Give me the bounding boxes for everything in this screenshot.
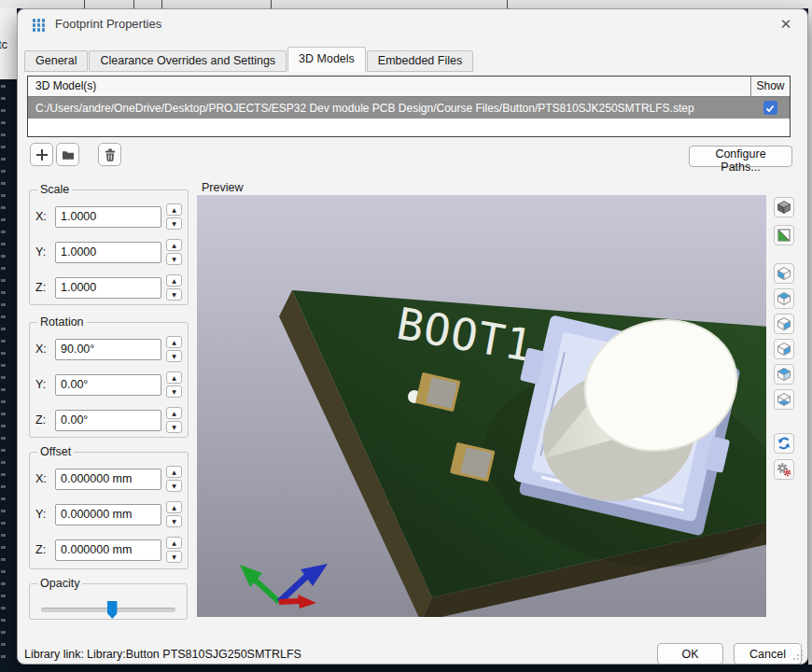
resize-grip[interactable]: [792, 650, 804, 661]
background-divider: [84, 0, 85, 8]
scale-y-label: Y:: [35, 245, 50, 259]
rotation-y-label: Y:: [35, 378, 50, 391]
spin-down-icon[interactable]: [166, 421, 182, 433]
flip-board-icon: [777, 228, 791, 243]
spin-up-icon[interactable]: [166, 203, 182, 216]
spin-down-icon[interactable]: [166, 350, 182, 362]
gears-icon: [777, 462, 791, 477]
opacity-slider-thumb[interactable]: [107, 601, 118, 619]
rotation-y-input[interactable]: [55, 374, 161, 396]
spin-up-icon[interactable]: [166, 501, 182, 513]
rotation-x-label: X:: [35, 343, 50, 356]
flip-board-view-button[interactable]: [774, 225, 794, 245]
offset-x-input[interactable]: [55, 469, 161, 490]
background-app-toolbar: [0, 0, 812, 8]
preview-viewport[interactable]: BOOT1: [197, 195, 766, 617]
plus-icon: [35, 147, 49, 162]
footprint-properties-dialog: Footprint Properties ✕ General Clearance…: [17, 8, 808, 665]
view-front-icon: [777, 316, 791, 331]
opacity-slider[interactable]: [41, 608, 175, 612]
column-header-models[interactable]: 3D Model(s): [28, 77, 750, 96]
table-header: 3D Model(s) Show: [28, 77, 790, 97]
preview-canvas[interactable]: BOOT1: [197, 195, 766, 617]
spin-down-icon[interactable]: [166, 217, 182, 230]
folder-icon: [61, 147, 76, 162]
spin-up-icon[interactable]: [166, 336, 182, 348]
browse-model-button[interactable]: [56, 143, 79, 166]
spin-up-icon[interactable]: [166, 466, 182, 478]
background-app-canvas-bottom: [0, 665, 812, 672]
dialog-titlebar[interactable]: Footprint Properties ✕: [18, 9, 807, 41]
spin-up-icon[interactable]: [166, 537, 182, 549]
add-model-button[interactable]: [30, 143, 53, 166]
3d-models-table: 3D Model(s) Show C:/Users/andre/OneDrive…: [27, 76, 791, 137]
model-path: C:/Users/andre/OneDrive/Desktop/PROJECTS…: [28, 102, 750, 115]
scale-group-title: Scale: [37, 183, 72, 196]
preview-label: Preview: [202, 181, 243, 194]
view-left-button[interactable]: [774, 263, 794, 284]
background-app-canvas-left: [0, 79, 17, 665]
rotation-group-title: Rotation: [37, 315, 87, 329]
spin-down-icon[interactable]: [166, 515, 182, 527]
spin-up-icon[interactable]: [166, 371, 182, 384]
column-header-show[interactable]: Show: [750, 77, 790, 96]
opacity-group: Opacity: [29, 577, 188, 620]
refresh-icon: [777, 436, 791, 451]
view-back-button[interactable]: [774, 339, 794, 359]
offset-z-input[interactable]: [55, 539, 161, 561]
view-bottom-icon: [777, 392, 791, 407]
delete-model-button[interactable]: [98, 143, 121, 166]
spin-down-icon[interactable]: [166, 253, 182, 265]
spin-up-icon[interactable]: [166, 274, 182, 287]
background-divider: [271, 0, 272, 8]
background-text-fragment: tc: [0, 37, 7, 51]
view-right-button[interactable]: [774, 288, 794, 309]
close-button[interactable]: ✕: [776, 14, 796, 35]
spin-down-icon[interactable]: [166, 288, 182, 301]
3d-settings-button[interactable]: [774, 459, 794, 480]
offset-x-label: X:: [35, 472, 50, 485]
scale-x-label: X:: [35, 210, 50, 223]
configure-paths-button[interactable]: Configure Paths...: [689, 146, 792, 167]
spin-down-icon[interactable]: [166, 385, 182, 398]
tab-bar: General Clearance Overrides and Settings…: [24, 48, 474, 72]
footprint-icon: [30, 17, 47, 34]
scale-group: Scale X: Y: Z:: [29, 183, 189, 305]
screen: tc Footprint Properties ✕ General Clear: [0, 0, 812, 672]
spin-up-icon[interactable]: [166, 407, 182, 419]
dialog-title: Footprint Properties: [55, 17, 161, 31]
trash-icon: [103, 147, 118, 162]
tab-general[interactable]: General: [24, 50, 88, 72]
view-bottom-button[interactable]: [774, 389, 794, 410]
library-link-label: Library link:: [24, 648, 84, 661]
offset-y-input[interactable]: [55, 504, 161, 525]
offset-group-title: Offset: [37, 445, 74, 458]
check-icon: [765, 104, 775, 113]
tab-3d-models[interactable]: 3D Models: [287, 47, 366, 72]
ok-button[interactable]: OK: [657, 643, 723, 665]
background-ruler-ticks: [1, 85, 6, 659]
background-app-patch: tc: [0, 8, 17, 79]
rotation-x-input[interactable]: [55, 339, 161, 360]
orbit-view-button[interactable]: [774, 197, 794, 217]
background-app-right: [808, 8, 812, 665]
rotation-z-input[interactable]: [55, 410, 161, 431]
show-checkbox[interactable]: [763, 101, 777, 115]
tab-embedded-files[interactable]: Embedded Files: [367, 50, 473, 72]
reload-model-button[interactable]: [774, 433, 794, 454]
spin-up-icon[interactable]: [166, 239, 182, 251]
spin-down-icon[interactable]: [166, 551, 182, 563]
offset-z-label: Z:: [35, 543, 50, 556]
scale-z-label: Z:: [35, 281, 50, 294]
offset-y-label: Y:: [35, 508, 50, 521]
tab-clearance-overrides[interactable]: Clearance Overrides and Settings: [89, 50, 287, 72]
spin-down-icon[interactable]: [166, 480, 182, 492]
view-front-button[interactable]: [774, 314, 794, 334]
view-top-button[interactable]: [774, 364, 794, 385]
scale-x-input[interactable]: [55, 206, 161, 228]
scale-y-input[interactable]: [55, 242, 161, 263]
scale-z-input[interactable]: [55, 277, 161, 299]
model-row[interactable]: C:/Users/andre/OneDrive/Desktop/PROJECTS…: [28, 97, 790, 119]
cube-solid-icon: [777, 200, 791, 215]
view-right-icon: [777, 291, 791, 306]
